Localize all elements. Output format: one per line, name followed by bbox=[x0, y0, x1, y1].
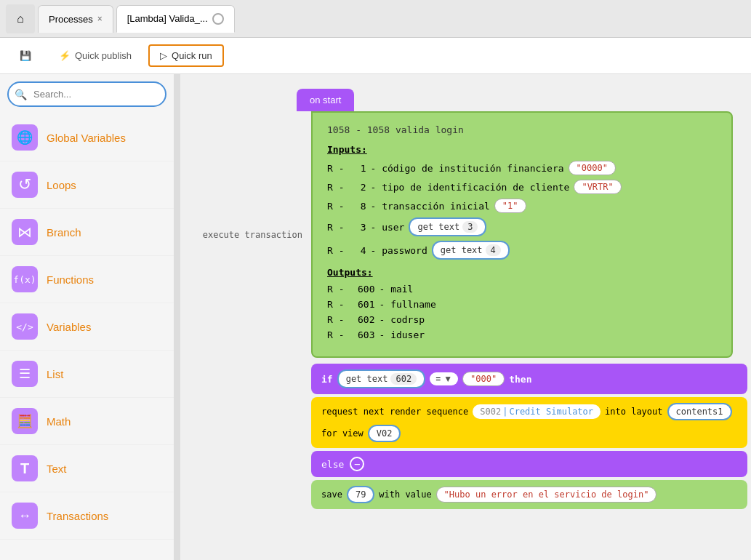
list-icon: ☰ bbox=[12, 361, 38, 387]
input-4-get-text[interactable]: get text 4 bbox=[432, 241, 510, 260]
home-icon: ⌂ bbox=[17, 12, 24, 25]
global-variables-icon: 🌐 bbox=[12, 124, 38, 151]
sidebar-item-list[interactable]: ☰ List bbox=[0, 351, 174, 398]
quick-publish-button[interactable]: ⚡ Quick publish bbox=[48, 45, 142, 66]
else-block: else − bbox=[311, 451, 747, 477]
search-box: 🔍 bbox=[7, 81, 166, 107]
lightning-icon: ⚡ bbox=[59, 50, 71, 61]
canvas-area[interactable]: on start execute transaction 1058 - 1058… bbox=[180, 74, 751, 560]
main-green-block: 1058 - 1058 valida login Inputs: R - 1 -… bbox=[311, 111, 733, 358]
sidebar-item-global-variables[interactable]: 🌐 Global Variables bbox=[0, 114, 174, 161]
save-num: 79 bbox=[347, 486, 374, 503]
sidebar-item-math[interactable]: 🧮 Math bbox=[0, 398, 174, 445]
scroll-divider bbox=[174, 74, 180, 560]
loops-icon: ↺ bbox=[12, 172, 38, 198]
input-1-value: "0000" bbox=[569, 161, 616, 175]
input-3-get-text[interactable]: get text 3 bbox=[409, 217, 486, 236]
functions-icon: f(x) bbox=[12, 266, 38, 292]
transactions-icon: ↔ bbox=[12, 503, 38, 529]
output-row-600: R - 600 - mail bbox=[327, 284, 717, 295]
sidebar-item-loops[interactable]: ↺ Loops bbox=[0, 161, 174, 209]
input-row-2: R - 2 - tipo de identificación de client… bbox=[327, 180, 717, 194]
outputs-label: Outputs: bbox=[327, 267, 717, 278]
if-block: if get text 602 = ▼ "000" then bbox=[311, 364, 747, 394]
global-variables-label: Global Variables bbox=[47, 132, 126, 144]
processes-tab[interactable]: Processes × bbox=[38, 5, 113, 33]
sidebar-item-functions[interactable]: f(x) Functions bbox=[0, 256, 174, 303]
request-block: request next render sequence S002 | Cred… bbox=[311, 397, 747, 448]
lambda-tab-label: [Lambda] Valida_... bbox=[127, 13, 208, 24]
transactions-label: Transactions bbox=[47, 510, 108, 522]
text-icon: T bbox=[12, 455, 38, 481]
execute-transaction-label: execute transaction bbox=[203, 230, 302, 240]
credit-simulator-pill: S002 | Credit Simulator bbox=[473, 404, 601, 419]
then-keyword: then bbox=[509, 374, 531, 385]
eq-pill[interactable]: = ▼ bbox=[430, 372, 458, 385]
if-get-text[interactable]: get text 602 bbox=[337, 369, 425, 388]
save-icon: 💾 bbox=[20, 50, 31, 61]
processes-tab-label: Processes bbox=[49, 14, 93, 25]
output-row-602: R - 602 - codrsp bbox=[327, 314, 717, 325]
branch-icon: ⋈ bbox=[12, 219, 38, 245]
input-8-value: "1" bbox=[494, 199, 526, 213]
variables-icon: </> bbox=[12, 313, 38, 340]
sidebar-item-variables[interactable]: </> Variables bbox=[0, 303, 174, 351]
layout-value: contents1 bbox=[667, 403, 732, 420]
quick-run-button[interactable]: ▷ Quick run bbox=[148, 44, 224, 67]
main-layout: 🔍 🌐 Global Variables ↺ Loops ⋈ Branch f(… bbox=[0, 74, 751, 560]
save-button[interactable]: 💾 bbox=[9, 45, 42, 66]
output-row-601: R - 601 - fullname bbox=[327, 299, 717, 310]
search-input[interactable] bbox=[7, 81, 166, 107]
sidebar-item-branch[interactable]: ⋈ Branch bbox=[0, 209, 174, 256]
on-start-block: on start bbox=[297, 89, 354, 111]
variables-label: Variables bbox=[47, 321, 91, 333]
if-keyword: if bbox=[321, 374, 333, 385]
input-row-8: R - 8 - transacción inicial "1" bbox=[327, 199, 717, 213]
branch-label: Branch bbox=[47, 226, 81, 239]
search-icon: 🔍 bbox=[15, 89, 27, 100]
home-tab[interactable]: ⌂ bbox=[6, 4, 35, 33]
on-start-label: on start bbox=[310, 95, 341, 105]
save-block: save 79 with value "Hubo un error en el … bbox=[311, 480, 747, 509]
lambda-tab-circle bbox=[212, 13, 224, 25]
inputs-label: Inputs: bbox=[327, 144, 717, 155]
input-2-value: "VRTR" bbox=[574, 180, 621, 194]
compare-value: "000" bbox=[462, 372, 505, 386]
output-row-603: R - 603 - iduser bbox=[327, 329, 717, 340]
text-label: Text bbox=[47, 463, 67, 475]
sidebar: 🔍 🌐 Global Variables ↺ Loops ⋈ Branch f(… bbox=[0, 74, 174, 560]
block-container: on start execute transaction 1058 - 1058… bbox=[195, 89, 747, 509]
input-row-1: R - 1 - código de institución financiera… bbox=[327, 161, 717, 175]
minus-circle-icon: − bbox=[350, 457, 364, 471]
else-label: else bbox=[321, 459, 344, 470]
math-icon: 🧮 bbox=[12, 408, 38, 434]
loops-label: Loops bbox=[47, 179, 76, 191]
input-row-4: R - 4 - password get text 4 bbox=[327, 241, 717, 260]
run-icon: ▷ bbox=[160, 50, 167, 61]
tab-bar: ⌂ Processes × [Lambda] Valida_... bbox=[0, 0, 751, 38]
lambda-tab[interactable]: [Lambda] Valida_... bbox=[116, 5, 235, 33]
quick-publish-label: Quick publish bbox=[75, 50, 132, 61]
quick-run-label: Quick run bbox=[172, 50, 212, 61]
view-value: V02 bbox=[368, 425, 401, 442]
sidebar-items: 🌐 Global Variables ↺ Loops ⋈ Branch f(x)… bbox=[0, 114, 174, 560]
sidebar-item-transactions[interactable]: ↔ Transactions bbox=[0, 492, 174, 540]
list-label: List bbox=[47, 368, 63, 380]
functions-label: Functions bbox=[47, 273, 94, 286]
block-header: 1058 - 1058 valida login bbox=[327, 124, 717, 135]
sidebar-item-text[interactable]: T Text bbox=[0, 445, 174, 492]
math-label: Math bbox=[47, 415, 71, 428]
toolbar: 💾 ⚡ Quick publish ▷ Quick run bbox=[0, 38, 751, 74]
input-row-3: R - 3 - user get text 3 bbox=[327, 217, 717, 236]
processes-close-icon[interactable]: × bbox=[97, 14, 103, 24]
save-message: "Hubo un error en el servicio de login" bbox=[436, 487, 657, 503]
